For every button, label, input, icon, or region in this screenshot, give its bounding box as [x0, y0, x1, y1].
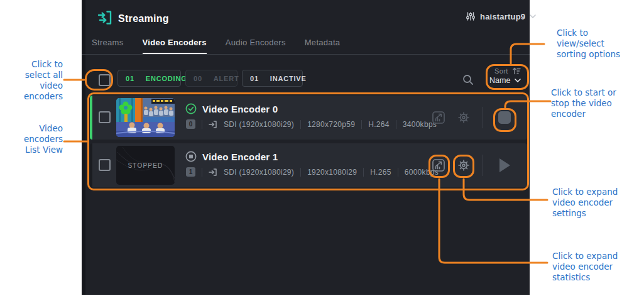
alert-label: ALERT	[214, 75, 239, 82]
tab-streams[interactable]: Streams	[92, 38, 124, 55]
sort-label: Sort	[494, 67, 508, 75]
start-encoder-button[interactable]	[499, 158, 510, 172]
user-menu[interactable]: haistartup9	[466, 11, 536, 21]
annotation-sorting: Click to view/select sorting options	[557, 28, 620, 60]
tab-video-encoders[interactable]: Video Encoders	[143, 38, 207, 55]
encoding-count: 01	[126, 75, 134, 82]
filter-encoding[interactable]: 01 ENCODING	[117, 70, 181, 87]
streaming-app-window: Streaming haistartup9 Streams Video Enco…	[82, 0, 530, 295]
settings-gear-icon[interactable]	[457, 111, 470, 124]
chevron-down-icon	[530, 14, 536, 18]
stop-encoder-button[interactable]	[498, 111, 511, 124]
filter-alert[interactable]: 00 ALERT	[185, 70, 237, 87]
statistics-icon[interactable]	[432, 159, 445, 172]
page-title: Streaming	[118, 13, 169, 25]
encoder-row-1[interactable]: STOPPED Video Encoder 1 1 SDI (1920x1080…	[90, 143, 527, 187]
streaming-logo-icon	[97, 9, 113, 26]
filter-inactive[interactable]: 01 INACTIVE	[242, 70, 303, 87]
annotation-start-stop: Click to start or stop the video encoder	[551, 87, 616, 119]
app-header: Streaming haistartup9	[82, 0, 530, 35]
sort-order-icon	[512, 67, 521, 75]
inactive-count: 01	[250, 75, 259, 82]
panel-left-edge	[82, 0, 85, 295]
actions-divider	[483, 107, 483, 128]
statistics-icon[interactable]	[432, 111, 445, 124]
settings-gear-icon[interactable]	[457, 159, 470, 172]
annotation-statistics: Click to expand video encoder statistics	[552, 251, 618, 283]
annotation-list-view: Video encoders List View	[6, 123, 63, 155]
select-all-checkbox[interactable]	[99, 74, 111, 86]
annotation-select-all: Click to select all video encoders	[6, 59, 63, 102]
encoder-row-0[interactable]: Video Encoder 0 0 SDI (1920x1080i29) 128…	[90, 96, 527, 140]
username-label: haistartup9	[480, 12, 525, 21]
alert-count: 00	[194, 75, 202, 82]
sort-dropdown[interactable]: Sort Name	[489, 67, 528, 85]
inactive-label: INACTIVE	[270, 75, 307, 82]
encoder-1-actions	[90, 143, 527, 187]
tab-metadata[interactable]: Metadata	[305, 38, 341, 55]
annotation-settings: Click to expand video encoder settings	[552, 187, 618, 219]
search-icon[interactable]	[462, 74, 474, 85]
tabs-divider	[82, 54, 530, 55]
sliders-icon	[466, 11, 476, 21]
tab-bar: Streams Video Encoders Audio Encoders Me…	[92, 38, 340, 55]
sort-value: Name	[489, 76, 510, 85]
encoder-0-actions	[90, 96, 527, 140]
encoding-label: ENCODING	[146, 75, 187, 82]
chevron-down-icon	[515, 79, 521, 82]
documentation-figure: Streaming haistartup9 Streams Video Enco…	[0, 0, 644, 308]
actions-divider	[483, 155, 483, 176]
tab-audio-encoders[interactable]: Audio Encoders	[226, 38, 286, 55]
